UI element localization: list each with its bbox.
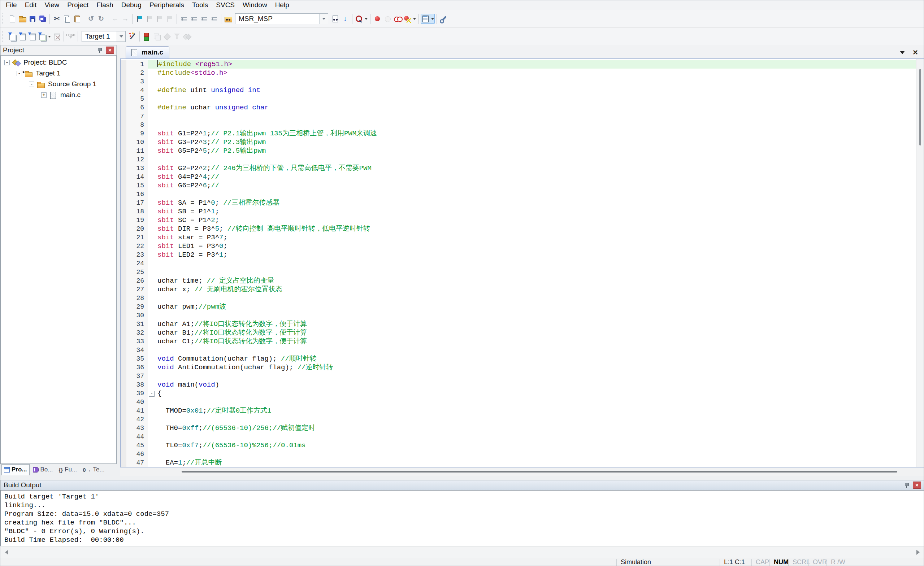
close-icon[interactable]: × — [106, 46, 114, 54]
bookmark-next-icon[interactable] — [154, 14, 165, 24]
cut-icon[interactable]: ✂ — [52, 14, 62, 24]
scroll-left-icon[interactable] — [3, 550, 8, 555]
vertical-scrollbar-thumb[interactable] — [919, 69, 921, 145]
bookmark-clear-icon[interactable] — [165, 14, 175, 24]
code-line[interactable]: 43 TH0=0xff;//(65536-10)/256;//赋初值定时 — [121, 424, 916, 433]
project-tree[interactable]: -Project: BLDC-*Target 1-Source Group 1+… — [0, 55, 117, 464]
navigate-forward-icon[interactable]: → — [120, 14, 130, 24]
horizontal-scrollbar[interactable] — [120, 467, 924, 476]
code-line[interactable]: 45 TL0=0xf7;//(65536-10)%256;//0.01ms — [121, 441, 916, 450]
tree-item-project-bldc[interactable]: -Project: BLDC — [1, 57, 116, 68]
tab-main-c[interactable]: main.c — [126, 46, 170, 58]
menu-item-edit[interactable]: Edit — [21, 0, 41, 10]
code-line[interactable]: 40 — [121, 398, 916, 406]
unindent-icon[interactable] — [179, 14, 189, 24]
build-output-log[interactable]: Build target 'Target 1'linking...Program… — [0, 490, 924, 546]
find-icon[interactable] — [330, 14, 340, 24]
code-line[interactable]: 5 — [121, 94, 916, 103]
scroll-right-icon[interactable] — [916, 550, 922, 555]
code-line[interactable]: 2#include<stdio.h> — [121, 69, 916, 77]
indent-icon[interactable] — [189, 14, 199, 24]
code-line[interactable]: 46 — [121, 450, 916, 458]
code-line[interactable]: 24 — [121, 259, 916, 268]
code-lines[interactable]: 1#include <reg51.h>2#include<stdio.h>34#… — [121, 59, 916, 467]
close-icon[interactable]: × — [913, 482, 921, 489]
code-line[interactable]: 32uchar B1;//将IO口状态转化为数字，便于计算 — [121, 328, 916, 337]
code-line[interactable]: 29uchar pwm;//pwm波 — [121, 302, 916, 311]
code-line[interactable]: 26uchar time; // 定义占空比的变量 — [121, 277, 916, 285]
code-line[interactable]: 34 — [121, 346, 916, 355]
panel-tab-pro[interactable]: Pro... — [2, 464, 30, 475]
code-line[interactable]: 31uchar A1;//将IO口状态转化为数字，便于计算 — [121, 320, 916, 328]
code-line[interactable]: 33uchar C1;//将IO口状态转化为数字，便于计算 — [121, 337, 916, 346]
horizontal-scrollbar-thumb[interactable] — [182, 471, 897, 473]
code-line[interactable]: 13sbit G2=P2^2;// 246为三相桥的下管，只需高低电平，不需要P… — [121, 164, 916, 172]
translate-icon[interactable] — [7, 31, 17, 42]
save-icon[interactable] — [27, 14, 38, 24]
options-for-target-icon[interactable] — [128, 31, 138, 42]
insert-breakpoint-icon[interactable] — [372, 14, 382, 24]
paste-icon[interactable] — [72, 14, 82, 24]
undo-icon[interactable]: ↺ — [86, 14, 96, 24]
code-line[interactable]: 14sbit G4=P2^4;// — [121, 172, 916, 181]
open-file-icon[interactable] — [17, 14, 27, 24]
tree-item-source-group-1[interactable]: -Source Group 1 — [1, 79, 116, 90]
panel-splitter[interactable] — [117, 45, 120, 476]
code-line[interactable]: 23sbit LED2 = P3^1; — [121, 250, 916, 259]
panel-tab-te[interactable]: 0→Te... — [80, 464, 107, 475]
quick-find-icon[interactable] — [354, 14, 368, 24]
manage-project-items-icon[interactable] — [141, 31, 152, 42]
menu-item-help[interactable]: Help — [271, 0, 293, 10]
new-file-icon[interactable] — [7, 14, 17, 24]
bookmark-prev-icon[interactable] — [144, 14, 154, 24]
batch-build-icon[interactable] — [38, 31, 52, 42]
code-line[interactable]: 44 — [121, 433, 916, 441]
code-editor[interactable]: 1#include <reg51.h>2#include<stdio.h>34#… — [120, 58, 924, 467]
vertical-scrollbar[interactable] — [916, 59, 924, 467]
output-splitter[interactable] — [0, 476, 924, 480]
tab-list-dropdown-icon[interactable] — [900, 51, 905, 57]
code-line[interactable]: 21sbit star = P3^7; — [121, 233, 916, 242]
stop-build-icon[interactable] — [52, 31, 62, 42]
build-icon[interactable] — [17, 31, 27, 42]
code-line[interactable]: 8 — [121, 121, 916, 129]
code-line[interactable]: 20sbit DIR = P3^5; //转向控制 高电平顺时针转，低电平逆时针… — [121, 225, 916, 233]
tree-expander-icon[interactable]: - — [29, 82, 34, 87]
menu-item-flash[interactable]: Flash — [92, 0, 117, 10]
panel-tab-bo[interactable]: Bo... — [30, 464, 56, 475]
menu-item-peripherals[interactable]: Peripherals — [146, 0, 188, 10]
code-line[interactable]: 35void Commutation(uchar flag); //顺时针转 — [121, 355, 916, 363]
search-combobox[interactable]: MSR_MSP — [235, 13, 328, 24]
uncomment-icon[interactable] — [209, 14, 219, 24]
code-line[interactable]: 37 — [121, 372, 916, 380]
code-line[interactable]: 7 — [121, 112, 916, 121]
enable-breakpoint-icon[interactable] — [382, 14, 393, 24]
chevron-down-icon[interactable] — [431, 18, 434, 21]
fold-collapse-icon[interactable] — [148, 389, 156, 398]
configure-icon[interactable] — [439, 14, 449, 24]
find-in-files-icon[interactable] — [223, 14, 233, 24]
redo-icon[interactable]: ↻ — [96, 14, 106, 24]
code-line[interactable]: 38void main(void) — [121, 380, 916, 389]
code-line[interactable]: 16 — [121, 190, 916, 199]
save-all-icon[interactable] — [38, 14, 48, 24]
debug-windows-icon[interactable] — [421, 14, 435, 24]
tree-item-target-1[interactable]: -*Target 1 — [1, 68, 116, 79]
comment-icon[interactable] — [199, 14, 209, 24]
chevron-down-icon[interactable] — [48, 36, 51, 39]
rebuild-icon[interactable] — [27, 31, 38, 42]
code-line[interactable]: 30 — [121, 311, 916, 320]
menu-item-svcs[interactable]: SVCS — [212, 0, 238, 10]
code-line[interactable]: 27uchar x; // 无刷电机的霍尔位置状态 — [121, 285, 916, 294]
code-line[interactable]: 36void AntiCommutation(uchar flag); //逆时… — [121, 363, 916, 372]
code-line[interactable]: 19sbit SC = P1^2; — [121, 216, 916, 225]
tree-expander-icon[interactable]: + — [41, 93, 46, 98]
multi-project-icon[interactable] — [182, 31, 192, 42]
select-drive-icon[interactable] — [162, 31, 172, 42]
chevron-down-icon[interactable] — [117, 31, 125, 42]
code-line[interactable]: 47 EA=1;//开总中断 — [121, 458, 916, 467]
code-line[interactable]: 15sbit G6=P2^6;// — [121, 181, 916, 190]
bookmark-toggle-icon[interactable] — [134, 14, 144, 24]
code-line[interactable]: 3 — [121, 77, 916, 86]
menu-item-window[interactable]: Window — [238, 0, 271, 10]
